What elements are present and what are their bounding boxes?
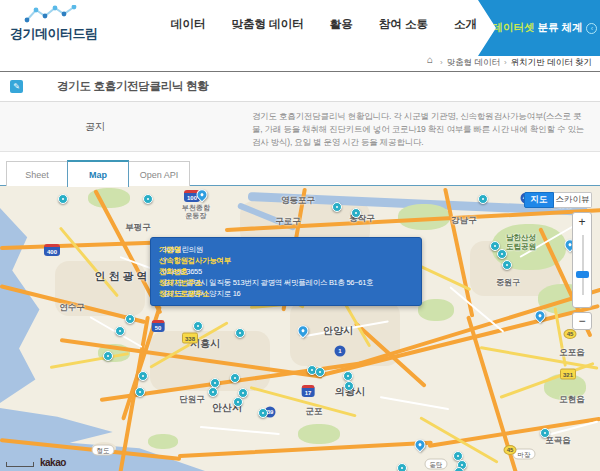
nav-item-2[interactable]: 활용 bbox=[330, 17, 353, 32]
title-icon: ✎ bbox=[10, 80, 23, 93]
map-marker[interactable] bbox=[58, 194, 68, 204]
map-label: 단원구 bbox=[179, 395, 205, 405]
site-logo[interactable]: 경기데이터드림 bbox=[10, 5, 140, 43]
breadcrumb-item-1[interactable]: 위치기반 데이터 찾기 bbox=[511, 57, 592, 67]
map-marker[interactable] bbox=[230, 373, 240, 383]
tab-open-api[interactable]: Open API bbox=[128, 161, 190, 187]
crumb-separator: › bbox=[440, 58, 443, 67]
map-marker[interactable] bbox=[258, 408, 268, 418]
map-place-pill: 형도 bbox=[92, 445, 115, 456]
map-marker[interactable] bbox=[233, 397, 243, 407]
breadcrumb-item-0[interactable]: 맞춤형 데이터 bbox=[447, 57, 500, 67]
zoom-in-button[interactable]: + bbox=[573, 215, 591, 229]
park-area bbox=[148, 434, 178, 449]
map-label: 오포읍 bbox=[559, 348, 585, 358]
map-scale-bar bbox=[6, 462, 34, 467]
map-marker[interactable] bbox=[332, 202, 342, 212]
map-marker[interactable] bbox=[478, 194, 488, 204]
road-shield: 321 bbox=[560, 369, 576, 380]
map-marker[interactable] bbox=[540, 428, 550, 438]
map-marker[interactable] bbox=[103, 351, 113, 361]
logo-text: 경기데이터드림 bbox=[10, 25, 140, 43]
tab-sheet[interactable]: Sheet bbox=[6, 161, 68, 187]
road-shield: 1 bbox=[335, 346, 346, 357]
map-marker[interactable] bbox=[125, 314, 135, 324]
map-label: 영등포구 bbox=[281, 196, 315, 206]
view-tabs: SheetMapOpen API bbox=[0, 152, 600, 186]
page-title: 경기도 호흡기전담클리닉 현황 bbox=[57, 79, 208, 94]
road-shield: 50 bbox=[152, 320, 165, 332]
site-header: 경기데이터드림 데이터맞춤형 데이터활용참여 소통소개 데이터셋 분류 체계 ‹ bbox=[0, 0, 600, 48]
map-label: 강남구 bbox=[451, 216, 477, 226]
map-marker[interactable] bbox=[502, 260, 512, 270]
popup-field: 기관명 : 365열린의원 bbox=[159, 244, 413, 255]
ribbon-highlight: 데이터셋 bbox=[493, 21, 535, 35]
home-icon[interactable]: ⌂ bbox=[427, 54, 433, 65]
road-segment bbox=[178, 441, 433, 458]
map-label: 포곡읍 bbox=[545, 436, 571, 446]
map-marker[interactable] bbox=[344, 381, 354, 391]
map-marker[interactable] bbox=[315, 367, 325, 377]
zoom-control: + bbox=[572, 212, 592, 308]
map-marker[interactable] bbox=[135, 387, 145, 397]
map-pin-marker[interactable] bbox=[412, 437, 428, 453]
popup-field: 전화번호 : 02-898-3655 bbox=[159, 266, 413, 277]
logo-chart-icon bbox=[10, 5, 140, 27]
map-place-pill: 동탄 bbox=[425, 459, 448, 470]
road-shield: 45 bbox=[564, 329, 577, 339]
ribbon-rest: 분류 체계 bbox=[538, 21, 583, 35]
nav-item-3[interactable]: 참여 소통 bbox=[379, 17, 428, 32]
road-segment bbox=[428, 417, 600, 448]
map-label: 부평구 bbox=[125, 223, 151, 233]
crumb-separator: › bbox=[504, 58, 507, 67]
title-row: ✎ 경기도 호흡기전담클리닉 현황 bbox=[0, 72, 600, 102]
road-segment bbox=[380, 396, 449, 410]
popup-field: 정제도로명주소 : 경기도 광명시 양지로 16 bbox=[159, 288, 413, 299]
map-info-popup: 기관명 : 365열린의원신속항원검사가능여부 : Y전화번호 : 02-898… bbox=[150, 237, 422, 306]
map-label: 안양시 bbox=[323, 325, 353, 337]
maptype-skyview-button[interactable]: 스카이뷰 bbox=[554, 192, 592, 208]
kakao-logo: kakao bbox=[40, 457, 66, 468]
map-label: 연수구 bbox=[59, 303, 85, 313]
zoom-out-button[interactable]: − bbox=[572, 312, 592, 330]
notice-text: 경기도 호흡기전담클리닉 현황입니다. 각 시군별 기관명, 신속항원검사가능여… bbox=[190, 102, 600, 151]
notice-row: 공지 경기도 호흡기전담클리닉 현황입니다. 각 시군별 기관명, 신속항원검사… bbox=[0, 102, 600, 152]
road-shield: 338 bbox=[182, 333, 198, 344]
popup-field: 정제지번주소 : 경기도 광명시 일직동 513번지 광명역 써밋플레이스 B1… bbox=[159, 277, 413, 288]
road-shield: 17 bbox=[302, 385, 315, 397]
maptype-map-button[interactable]: 지도 bbox=[524, 192, 554, 208]
map-marker[interactable] bbox=[497, 249, 507, 259]
zoom-slider-handle[interactable] bbox=[576, 271, 589, 278]
road-shield: 400 bbox=[44, 244, 60, 256]
map-marker[interactable] bbox=[138, 371, 148, 381]
map-marker[interactable] bbox=[235, 328, 245, 338]
nav-item-1[interactable]: 맞춤형 데이터 bbox=[232, 17, 304, 32]
park-area bbox=[418, 299, 454, 321]
map-marker[interactable] bbox=[351, 208, 361, 218]
road-shield: 45 bbox=[504, 445, 517, 455]
nav-item-4[interactable]: 소개 bbox=[454, 17, 477, 32]
map-marker[interactable] bbox=[208, 387, 218, 397]
circle-arrow-icon: ‹ bbox=[586, 23, 597, 34]
map-canvas[interactable]: 기관명 : 365열린의원신속항원검사가능여부 : Y전화번호 : 02-898… bbox=[0, 186, 600, 471]
popup-field: 신속항원검사가능여부 : Y bbox=[159, 255, 413, 266]
map-label: 모현읍 bbox=[559, 395, 585, 405]
zoom-slider-track[interactable] bbox=[582, 235, 584, 295]
map-marker[interactable] bbox=[193, 321, 203, 331]
map-marker[interactable] bbox=[115, 326, 125, 336]
map-marker[interactable] bbox=[343, 371, 353, 381]
park-area bbox=[298, 424, 340, 444]
map-marker[interactable] bbox=[143, 194, 153, 204]
main-nav: 데이터맞춤형 데이터활용참여 소통소개 bbox=[158, 17, 490, 32]
map-marker[interactable] bbox=[454, 467, 464, 471]
map-label: 중원구 bbox=[496, 278, 520, 287]
tab-map[interactable]: Map bbox=[67, 160, 129, 187]
nav-item-0[interactable]: 데이터 bbox=[171, 17, 206, 32]
road-segment bbox=[200, 426, 280, 435]
notice-label: 공지 bbox=[0, 102, 190, 151]
map-label: 구로구 bbox=[275, 217, 301, 227]
map-label: 남한산성 도립공원 bbox=[506, 234, 536, 251]
map-marker[interactable] bbox=[397, 463, 407, 471]
map-label: 부천종합 운동장 bbox=[182, 204, 210, 220]
map-label: 군포 bbox=[306, 407, 323, 417]
